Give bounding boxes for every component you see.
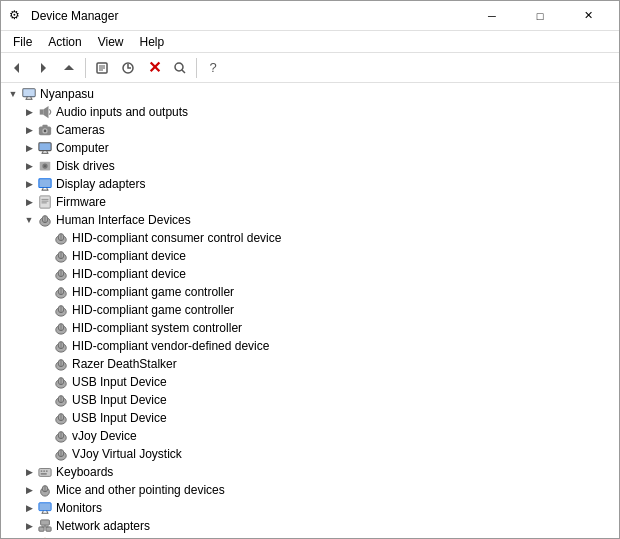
svg-point-8 bbox=[175, 63, 183, 71]
hid4-label: HID-compliant game controller bbox=[72, 285, 234, 299]
tree-item-disk[interactable]: ▶ Disk drives bbox=[1, 157, 619, 175]
tree-item-hid5[interactable]: ▶ HID-compliant game controller bbox=[1, 301, 619, 319]
tree-item-razer[interactable]: ▶ Razer DeathStalker bbox=[1, 355, 619, 373]
monitors-icon bbox=[37, 500, 53, 516]
tree-item-hid6[interactable]: ▶ HID-compliant system controller bbox=[1, 319, 619, 337]
tree-item-mice[interactable]: ▶ Mice and other pointing devices bbox=[1, 481, 619, 499]
other-label: Other devices bbox=[56, 537, 130, 538]
hid-expander[interactable]: ▼ bbox=[21, 212, 37, 228]
menu-action[interactable]: Action bbox=[40, 33, 89, 51]
cameras-expander[interactable]: ▶ bbox=[21, 122, 37, 138]
usb1-icon bbox=[53, 374, 69, 390]
usb1-label: USB Input Device bbox=[72, 375, 167, 389]
network-icon bbox=[37, 518, 53, 534]
tree-item-monitors[interactable]: ▶ Monitors bbox=[1, 499, 619, 517]
network-expander[interactable]: ▶ bbox=[21, 518, 37, 534]
tree-item-hid1[interactable]: ▶ HID-compliant consumer control device bbox=[1, 229, 619, 247]
firmware-expander[interactable]: ▶ bbox=[21, 194, 37, 210]
svg-rect-94 bbox=[46, 527, 51, 531]
menu-view[interactable]: View bbox=[90, 33, 132, 51]
tree-item-other[interactable]: ▼ ! Other devices bbox=[1, 535, 619, 538]
root-expander[interactable]: ▼ bbox=[5, 86, 21, 102]
computer-expander[interactable]: ▶ bbox=[21, 140, 37, 156]
tree-item-network[interactable]: ▶ Network adapters bbox=[1, 517, 619, 535]
forward-button[interactable] bbox=[31, 56, 55, 80]
properties-button[interactable] bbox=[90, 56, 114, 80]
tree-item-usb1[interactable]: ▶ USB Input Device bbox=[1, 373, 619, 391]
device-manager-window: ⚙ Device Manager ─ □ ✕ File Action View … bbox=[0, 0, 620, 539]
tree-root[interactable]: ▼ Nyanpasu bbox=[1, 85, 619, 103]
audio-icon bbox=[37, 104, 53, 120]
hid7-icon bbox=[53, 338, 69, 354]
app-icon: ⚙ bbox=[9, 8, 25, 24]
hid5-label: HID-compliant game controller bbox=[72, 303, 234, 317]
audio-label: Audio inputs and outputs bbox=[56, 105, 188, 119]
up-button[interactable] bbox=[57, 56, 81, 80]
tree-item-cameras[interactable]: ▶ Cameras bbox=[1, 121, 619, 139]
display-expander[interactable]: ▶ bbox=[21, 176, 37, 192]
hid3-icon bbox=[53, 266, 69, 282]
firmware-label: Firmware bbox=[56, 195, 106, 209]
hid6-label: HID-compliant system controller bbox=[72, 321, 242, 335]
svg-marker-1 bbox=[41, 63, 46, 73]
scan-button[interactable] bbox=[168, 56, 192, 80]
menu-help[interactable]: Help bbox=[132, 33, 173, 51]
razer-icon bbox=[53, 356, 69, 372]
display-label: Display adapters bbox=[56, 177, 145, 191]
disk-icon bbox=[37, 158, 53, 174]
tree-item-vjoy2[interactable]: ▶ VJoy Virtual Joystick bbox=[1, 445, 619, 463]
vjoy1-icon bbox=[53, 428, 69, 444]
tree-item-hid3[interactable]: ▶ HID-compliant device bbox=[1, 265, 619, 283]
vjoy1-label: vJoy Device bbox=[72, 429, 137, 443]
mice-expander[interactable]: ▶ bbox=[21, 482, 37, 498]
tree-item-hid2[interactable]: ▶ HID-compliant device bbox=[1, 247, 619, 265]
back-button[interactable] bbox=[5, 56, 29, 80]
svg-point-28 bbox=[44, 165, 46, 167]
menu-file[interactable]: File bbox=[5, 33, 40, 51]
audio-expander[interactable]: ▶ bbox=[21, 104, 37, 120]
svg-rect-15 bbox=[40, 109, 44, 114]
svg-rect-88 bbox=[39, 503, 51, 511]
svg-rect-34 bbox=[40, 196, 51, 208]
tree-item-vjoy1[interactable]: ▶ vJoy Device bbox=[1, 427, 619, 445]
computer-icon bbox=[37, 140, 53, 156]
help-button[interactable]: ? bbox=[201, 56, 225, 80]
vjoy2-label: VJoy Virtual Joystick bbox=[72, 447, 182, 461]
other-expander[interactable]: ▼ bbox=[21, 536, 37, 538]
svg-rect-11 bbox=[23, 89, 35, 97]
display-icon bbox=[37, 176, 53, 192]
title-bar: ⚙ Device Manager ─ □ ✕ bbox=[1, 1, 619, 31]
maximize-button[interactable]: □ bbox=[517, 1, 563, 31]
keyboards-expander[interactable]: ▶ bbox=[21, 464, 37, 480]
device-tree[interactable]: ▼ Nyanpasu ▶ bbox=[1, 83, 619, 538]
usb2-label: USB Input Device bbox=[72, 393, 167, 407]
tree-item-keyboards[interactable]: ▶ Keyboards bbox=[1, 463, 619, 481]
razer-label: Razer DeathStalker bbox=[72, 357, 177, 371]
svg-rect-29 bbox=[39, 179, 51, 188]
tree-item-usb2[interactable]: ▶ USB Input Device bbox=[1, 391, 619, 409]
svg-rect-93 bbox=[39, 527, 44, 531]
tree-item-computer[interactable]: ▶ Computer bbox=[1, 139, 619, 157]
computer-label: Computer bbox=[56, 141, 109, 155]
svg-marker-2 bbox=[64, 65, 74, 70]
tree-item-hid4[interactable]: ▶ HID-compliant game controller bbox=[1, 283, 619, 301]
tree-item-hid7[interactable]: ▶ HID-compliant vendor-defined device bbox=[1, 337, 619, 355]
minimize-button[interactable]: ─ bbox=[469, 1, 515, 31]
monitors-expander[interactable]: ▶ bbox=[21, 500, 37, 516]
svg-marker-0 bbox=[14, 63, 19, 73]
tree-item-display[interactable]: ▶ Display adapters bbox=[1, 175, 619, 193]
tree-item-usb3[interactable]: ▶ USB Input Device bbox=[1, 409, 619, 427]
menu-bar: File Action View Help bbox=[1, 31, 619, 53]
svg-rect-83 bbox=[46, 470, 48, 472]
tree-item-audio[interactable]: ▶ Audio inputs and outputs bbox=[1, 103, 619, 121]
update-button[interactable] bbox=[116, 56, 140, 80]
close-button[interactable]: ✕ bbox=[565, 1, 611, 31]
disk-expander[interactable]: ▶ bbox=[21, 158, 37, 174]
uninstall-button[interactable]: ✕ bbox=[142, 56, 166, 80]
tree-item-hid[interactable]: ▼ Human Interface Devices bbox=[1, 211, 619, 229]
firmware-icon bbox=[37, 194, 53, 210]
hid1-icon bbox=[53, 230, 69, 246]
svg-line-9 bbox=[182, 70, 185, 73]
tree-item-firmware[interactable]: ▶ Firmware bbox=[1, 193, 619, 211]
keyboards-icon bbox=[37, 464, 53, 480]
